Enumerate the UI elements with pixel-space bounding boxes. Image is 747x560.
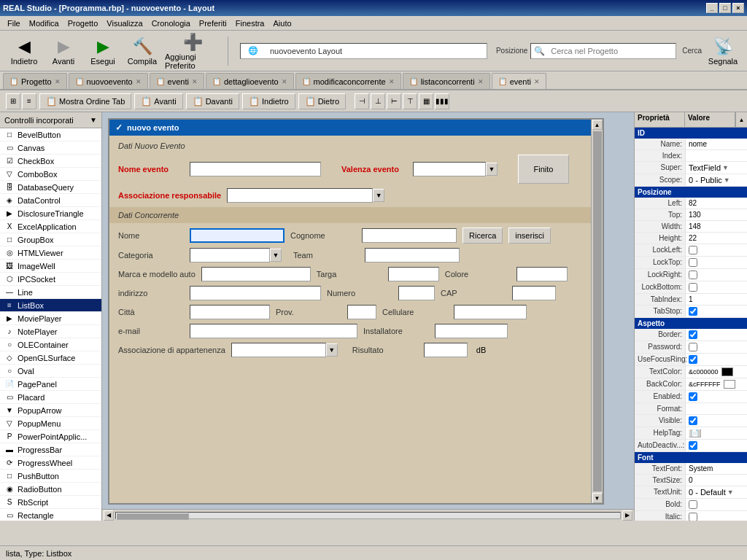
canvas-area[interactable]: ✓ nuovo evento ▲ ▼ Dati Nuovo Evento Nom…: [102, 112, 634, 521]
tab-eventi1[interactable]: 📋 eventi ✕: [150, 73, 204, 89]
menu-visualizza[interactable]: Visualizza: [102, 18, 147, 29]
control-progressbar[interactable]: ▬ProgressBar: [0, 443, 101, 456]
chart-icon[interactable]: ▦: [419, 93, 433, 109]
hscroll-left-button[interactable]: ◀: [104, 510, 114, 521]
super-dropdown-arrow[interactable]: ▼: [722, 164, 729, 171]
italic-checkbox[interactable]: [689, 513, 697, 521]
menu-file[interactable]: File: [3, 18, 25, 29]
password-checkbox[interactable]: [689, 343, 697, 351]
control-powerpointapplication[interactable]: PPowerPointApplic...: [0, 430, 101, 443]
indirizzo-input[interactable]: [190, 286, 321, 300]
control-excelapplication[interactable]: XExcelApplication: [0, 220, 101, 233]
categoria-dropdown-arrow[interactable]: ▼: [270, 249, 282, 262]
tab-progetto-close[interactable]: ✕: [55, 78, 61, 85]
signal-button[interactable]: 📡 Segnala: [705, 35, 741, 67]
add-favorite-button[interactable]: ➕ Aggiungi Preferito: [163, 31, 222, 71]
colore-input[interactable]: [516, 267, 568, 281]
avanti-button[interactable]: 📋 Avanti: [134, 93, 182, 109]
prov-input[interactable]: [347, 305, 376, 319]
tab-lista-close[interactable]: ✕: [478, 78, 484, 85]
tab-modifica-close[interactable]: ✕: [389, 78, 395, 85]
cellulare-input[interactable]: [454, 305, 527, 319]
associazione-input[interactable]: [227, 188, 373, 203]
control-combobox[interactable]: ▽ComboBox: [0, 168, 101, 181]
control-oval[interactable]: ○Oval: [0, 365, 101, 378]
tab-modificaconcorrente[interactable]: 📋 modificaconcorrente ✕: [295, 73, 401, 89]
targa-input[interactable]: [388, 267, 439, 281]
control-groupbox[interactable]: □GroupBox: [0, 233, 101, 246]
menu-finestra[interactable]: Finestra: [231, 18, 269, 29]
grid-view-button[interactable]: ⊞: [6, 93, 20, 109]
categoria-input[interactable]: [190, 248, 270, 262]
control-imagewell[interactable]: 🖼ImageWell: [0, 260, 101, 273]
tab-eventi2-close[interactable]: ✕: [534, 78, 540, 85]
control-line[interactable]: —Line: [0, 286, 101, 299]
visible-checkbox[interactable]: [689, 416, 697, 425]
assoc-app-input[interactable]: [231, 343, 326, 357]
tab-progetto[interactable]: 📋 Progetto ✕: [3, 73, 67, 89]
controls-header-arrow[interactable]: ▼: [90, 116, 97, 124]
menu-cronologia[interactable]: Cronologia: [147, 18, 195, 29]
control-placard[interactable]: ▭Placard: [0, 391, 101, 404]
tab-dettaglio-close[interactable]: ✕: [282, 78, 287, 85]
align-center-button[interactable]: ⊥: [371, 93, 385, 109]
installatore-input[interactable]: [435, 324, 508, 338]
finito-button[interactable]: Finito: [518, 155, 569, 184]
back-button[interactable]: ◀ Indietro: [6, 35, 42, 67]
control-ipcsocket[interactable]: ⬡IPCSocket: [0, 273, 101, 286]
controls-list[interactable]: □BevelButton ▭Canvas ☑CheckBox ▽ComboBox…: [0, 128, 101, 521]
align-right-button[interactable]: ⊢: [387, 93, 401, 109]
risultato-input[interactable]: [424, 343, 468, 357]
usefocusring-checkbox[interactable]: [689, 355, 697, 364]
numero-input[interactable]: [398, 286, 435, 300]
lockleft-checkbox[interactable]: [689, 246, 697, 254]
autodeactiv-checkbox[interactable]: [689, 441, 697, 450]
nome-evento-input[interactable]: [190, 162, 321, 176]
citta-input[interactable]: [190, 305, 270, 319]
valenza-evento-input[interactable]: [413, 162, 486, 176]
scope-dropdown-arrow[interactable]: ▼: [724, 176, 730, 184]
cap-input[interactable]: [512, 286, 556, 300]
cognome-input[interactable]: [362, 228, 457, 243]
locktop-checkbox[interactable]: [689, 258, 697, 267]
backcolor-swatch[interactable]: [724, 380, 735, 389]
control-listbox[interactable]: ≡ListBox: [0, 299, 101, 312]
tab-listaconcorrenti[interactable]: 📋 listaconcorrenti ✕: [403, 73, 490, 89]
lockbottom-checkbox[interactable]: [689, 283, 697, 292]
props-scroll-top[interactable]: ▲: [735, 112, 747, 127]
border-checkbox[interactable]: [689, 330, 697, 339]
ricerca-button[interactable]: Ricerca: [462, 228, 503, 244]
inserisci-button[interactable]: inserisci: [508, 228, 551, 244]
team-input[interactable]: [365, 248, 460, 262]
hscroll-right-button[interactable]: ▶: [622, 510, 632, 521]
indietro-button[interactable]: 📋 Indietro: [242, 93, 295, 109]
enabled-checkbox[interactable]: [689, 392, 697, 401]
vscroll-up-button[interactable]: ▲: [592, 120, 603, 130]
control-pagepanel[interactable]: 📄PagePanel: [0, 378, 101, 391]
vscroll-down-button[interactable]: ▼: [592, 493, 603, 503]
control-popuparrow[interactable]: ▼PopupArrow: [0, 404, 101, 417]
build-button[interactable]: 🔨 Compila: [124, 35, 160, 67]
control-rectangle[interactable]: ▭Rectangle: [0, 509, 101, 521]
align-left-button[interactable]: ⊣: [355, 93, 369, 109]
control-checkbox[interactable]: ☑CheckBox: [0, 155, 101, 168]
search-input[interactable]: [548, 45, 676, 57]
list-view-button[interactable]: ≡: [22, 93, 36, 109]
minimize-button[interactable]: _: [706, 3, 718, 13]
textcolor-swatch[interactable]: [721, 368, 733, 376]
marca-input[interactable]: [201, 267, 311, 281]
assoc-app-dropdown-arrow[interactable]: ▼: [326, 343, 338, 357]
props-body[interactable]: ID Name: nome Index: Super: TextField ▼ …: [635, 128, 747, 521]
tabstop-checkbox[interactable]: [689, 307, 697, 316]
lockright-checkbox[interactable]: [689, 271, 697, 279]
control-movieplayer[interactable]: ▶MoviePlayer: [0, 312, 101, 325]
control-disclosuretriangle[interactable]: ▶DisclosureTriangle: [0, 207, 101, 220]
menu-preferiti[interactable]: Preferiti: [195, 18, 231, 29]
tab-nuovoevento-close[interactable]: ✕: [136, 78, 142, 85]
tab-eventi1-close[interactable]: ✕: [192, 78, 198, 85]
show-order-button[interactable]: 📋 Mostra Ordine Tab: [39, 93, 131, 109]
tab-nuovoevento[interactable]: 📋 nuovoevento ✕: [69, 73, 148, 89]
control-canvas[interactable]: ▭Canvas: [0, 141, 101, 155]
align-top-button[interactable]: ⊤: [403, 93, 417, 109]
helptag-icon[interactable]: 📄: [689, 429, 701, 438]
